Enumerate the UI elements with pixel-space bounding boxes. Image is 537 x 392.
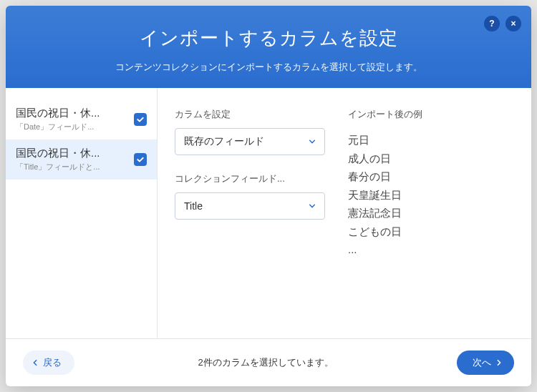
column-item-subtitle: 「Title」フィールドと... <box>16 162 128 172</box>
collection-field-label: コレクションフィールド... <box>175 172 325 185</box>
modal-footer: 戻る 2件のカラムを選択しています。 次へ <box>6 338 531 386</box>
set-column-label: カラムを設定 <box>175 108 325 121</box>
column-checkbox[interactable] <box>134 113 147 126</box>
modal-subtitle: コンテンツコレクションにインポートするカラムを選択して設定します。 <box>17 61 520 74</box>
preview-item: こどもの日 <box>348 222 514 241</box>
collection-field-value: Title <box>184 200 203 212</box>
set-column-value: 既存のフィールド <box>184 135 264 148</box>
close-icon: × <box>511 19 516 29</box>
columns-sidebar: 国民の祝日・休... 「Date」フィールド... 国民の祝日・休... 「Ti… <box>6 88 158 338</box>
set-column-select[interactable]: 既存のフィールド <box>175 128 325 155</box>
preview-column: インポート後の例 元日 成人の日 春分の日 天皇誕生日 憲法記念日 こどもの日 … <box>348 108 514 324</box>
column-checkbox[interactable] <box>134 153 147 166</box>
preview-item: 元日 <box>348 131 514 150</box>
column-item-text: 国民の祝日・休... 「Title」フィールドと... <box>16 147 128 172</box>
column-item-title[interactable]: 国民の祝日・休... 「Title」フィールドと... <box>6 139 157 180</box>
next-button[interactable]: 次へ <box>457 351 514 375</box>
column-item-title: 国民の祝日・休... <box>16 107 128 120</box>
main-panel: カラムを設定 既存のフィールド コレクションフィールド... Title インポ… <box>158 88 531 338</box>
help-icon: ? <box>489 19 494 29</box>
chevron-down-icon <box>309 136 316 147</box>
collection-field-select[interactable]: Title <box>175 192 325 220</box>
column-item-date[interactable]: 国民の祝日・休... 「Date」フィールド... <box>6 99 157 139</box>
preview-label: インポート後の例 <box>348 108 514 121</box>
chevron-left-icon <box>32 358 39 368</box>
preview-item: 憲法記念日 <box>348 204 514 222</box>
back-button[interactable]: 戻る <box>23 351 74 375</box>
help-button[interactable]: ? <box>484 16 500 31</box>
preview-list: 元日 成人の日 春分の日 天皇誕生日 憲法記念日 こどもの日 ... <box>348 131 514 259</box>
column-item-subtitle: 「Date」フィールド... <box>16 122 128 132</box>
header-controls: ? × <box>484 16 521 31</box>
back-button-label: 戻る <box>43 356 62 369</box>
modal-body: 国民の祝日・休... 「Date」フィールド... 国民の祝日・休... 「Ti… <box>6 88 531 338</box>
chevron-right-icon <box>495 358 503 368</box>
import-columns-modal: ? × インポートするカラムを設定 コンテンツコレクションにインポートするカラム… <box>6 6 531 386</box>
form-column: カラムを設定 既存のフィールド コレクションフィールド... Title <box>175 108 325 324</box>
footer-status: 2件のカラムを選択しています。 <box>74 356 457 369</box>
modal-title: インポートするカラムを設定 <box>17 26 520 51</box>
chevron-down-icon <box>309 200 316 212</box>
next-button-label: 次へ <box>473 356 491 369</box>
preview-item: 春分の日 <box>348 167 514 186</box>
preview-item: ... <box>348 240 514 259</box>
check-icon <box>136 115 145 124</box>
modal-header: ? × インポートするカラムを設定 コンテンツコレクションにインポートするカラム… <box>6 6 531 88</box>
check-icon <box>136 155 145 164</box>
column-item-text: 国民の祝日・休... 「Date」フィールド... <box>16 107 128 132</box>
preview-item: 成人の日 <box>348 150 514 168</box>
column-item-title: 国民の祝日・休... <box>16 147 128 160</box>
close-button[interactable]: × <box>505 16 521 31</box>
preview-item: 天皇誕生日 <box>348 186 514 205</box>
